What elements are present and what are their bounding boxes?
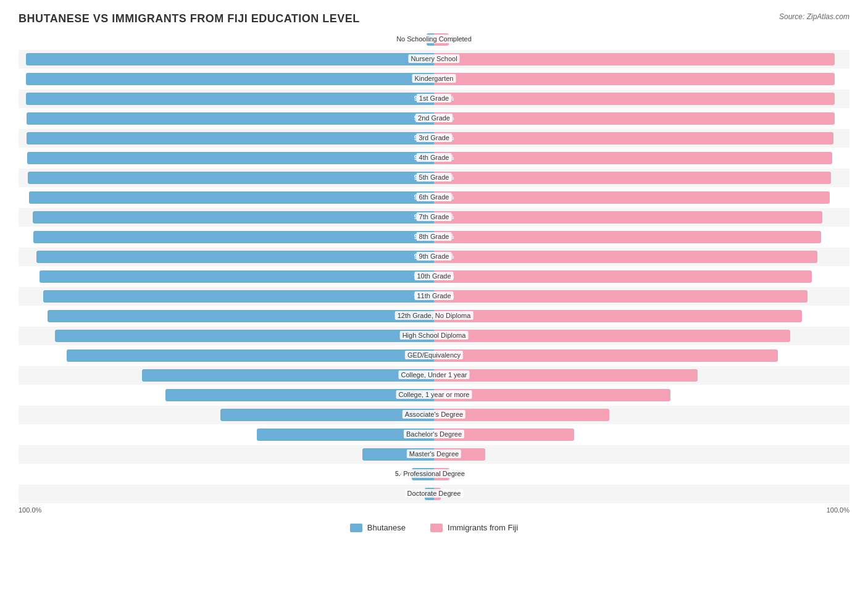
row-label: 10th Grade <box>414 272 453 280</box>
bar-right <box>434 112 835 125</box>
bar-left <box>48 310 434 322</box>
bar-left <box>142 369 434 382</box>
row-label: Nursery School <box>408 54 459 63</box>
legend-item-right: Immigrants from Fiji <box>430 523 518 532</box>
bar-right <box>434 93 835 105</box>
row-label: 8th Grade <box>417 232 452 241</box>
row-label: Doctorate Degree <box>405 489 464 498</box>
row-label: 6th Grade <box>417 193 452 201</box>
chart-rows-wrapper: No Schooling Completed1.8%3.5%Nursery Sc… <box>19 30 849 503</box>
bar-left <box>55 330 434 342</box>
table-row: 7th Grade96.6%93.5% <box>19 208 849 227</box>
bar-left <box>26 53 434 65</box>
bar-right <box>434 73 835 85</box>
row-label: High School Diploma <box>400 331 469 340</box>
row-label: College, Under 1 year <box>398 370 469 379</box>
row-label: 2nd Grade <box>415 114 453 122</box>
row-label: 7th Grade <box>417 212 452 221</box>
bar-right <box>434 270 812 283</box>
bar-right <box>434 152 832 164</box>
bar-left <box>27 112 434 125</box>
bar-right <box>434 330 790 342</box>
bar-left <box>27 152 434 164</box>
bar-right <box>434 132 833 144</box>
table-row: 6th Grade97.5%95.2% <box>19 188 849 207</box>
table-row: Bachelor's Degree42.7%33.7% <box>19 425 849 444</box>
table-row: Doctorate Degree2.3%1.6% <box>19 485 849 503</box>
axis-left-label: 100.0% <box>19 506 41 514</box>
bar-left <box>36 251 434 263</box>
table-row: 12th Grade, No Diploma93.0%88.6% <box>19 307 849 325</box>
table-row: 4th Grade97.9%95.8% <box>19 149 849 167</box>
row-label: 3rd Grade <box>416 133 452 142</box>
row-label: 4th Grade <box>417 153 452 162</box>
bar-left <box>33 231 434 243</box>
row-label: Master's Degree <box>407 449 461 458</box>
chart-title: BHUTANESE VS IMMIGRANTS FROM FIJI EDUCAT… <box>19 12 849 25</box>
row-label: 12th Grade, No Diploma <box>395 311 474 320</box>
table-row: College, Under 1 year70.3%63.4% <box>19 366 849 385</box>
table-row: Master's Degree17.2%12.4% <box>19 445 849 464</box>
table-row: GED/Equivalency88.4%82.7% <box>19 346 849 365</box>
table-row: Professional Degree5.4%3.7% <box>19 465 849 483</box>
table-row: 10th Grade94.9%91.0% <box>19 267 849 286</box>
table-row: No Schooling Completed1.8%3.5% <box>19 30 849 49</box>
table-row: Nursery School98.2%96.5% <box>19 50 849 69</box>
row-label: Professional Degree <box>401 469 467 478</box>
row-label: College, 1 year or more <box>396 390 472 399</box>
bar-left <box>40 270 434 283</box>
table-row: 11th Grade94.0%89.9% <box>19 287 849 306</box>
table-row: 1st Grade98.2%96.4% <box>19 90 849 108</box>
source-label: Source: ZipAtlas.com <box>779 12 849 21</box>
row-label: 11th Grade <box>414 291 453 300</box>
table-row: Kindergarten98.2%96.5% <box>19 70 849 88</box>
row-label: GED/Equivalency <box>405 351 463 359</box>
row-label: Bachelor's Degree <box>404 430 464 438</box>
table-row: 3rd Grade98.1%96.2% <box>19 129 849 148</box>
chart-container: BHUTANESE VS IMMIGRANTS FROM FIJI EDUCAT… <box>0 0 868 569</box>
bar-right <box>434 231 821 243</box>
bar-left <box>26 73 434 85</box>
table-row: Associate's Degree51.4%42.2% <box>19 406 849 424</box>
bar-right <box>434 290 807 303</box>
row-label: 1st Grade <box>417 94 451 102</box>
bar-left <box>33 211 434 224</box>
row-label: 9th Grade <box>417 252 452 261</box>
legend: Bhutanese Immigrants from Fiji <box>19 523 849 532</box>
bar-right <box>434 211 822 224</box>
bar-left <box>43 290 434 303</box>
bar-right <box>434 251 817 263</box>
table-row: College, 1 year or more64.6%56.9% <box>19 386 849 404</box>
row-label: 5th Grade <box>417 173 452 182</box>
row-label: No Schooling Completed <box>394 35 474 43</box>
bar-right <box>434 310 802 322</box>
row-label: Kindergarten <box>412 74 456 83</box>
bar-left <box>165 389 434 401</box>
bar-left <box>26 93 434 105</box>
legend-color-right <box>430 524 443 532</box>
table-row: 8th Grade96.4%93.2% <box>19 228 849 246</box>
legend-item-left: Bhutanese <box>350 523 406 532</box>
bar-left <box>67 349 434 362</box>
bar-left <box>29 191 434 204</box>
row-label: Associate's Degree <box>403 410 465 419</box>
table-row: 5th Grade97.7%95.6% <box>19 169 849 187</box>
table-row: 9th Grade95.7%92.3% <box>19 248 849 266</box>
bar-right <box>434 53 835 65</box>
legend-label-right: Immigrants from Fiji <box>448 523 518 532</box>
bar-right <box>434 172 831 184</box>
legend-label-left: Bhutanese <box>367 523 406 532</box>
axis-right-label: 100.0% <box>827 506 849 514</box>
bar-left <box>27 132 434 144</box>
bar-right <box>434 349 778 362</box>
legend-color-left <box>350 524 362 532</box>
bar-left <box>28 172 434 184</box>
bar-right <box>434 369 698 382</box>
table-row: 2nd Grade98.1%96.4% <box>19 109 849 128</box>
axis-labels: 100.0% 100.0% <box>19 506 849 514</box>
bar-right <box>434 191 830 204</box>
table-row: High School Diploma91.2%85.8% <box>19 327 849 345</box>
